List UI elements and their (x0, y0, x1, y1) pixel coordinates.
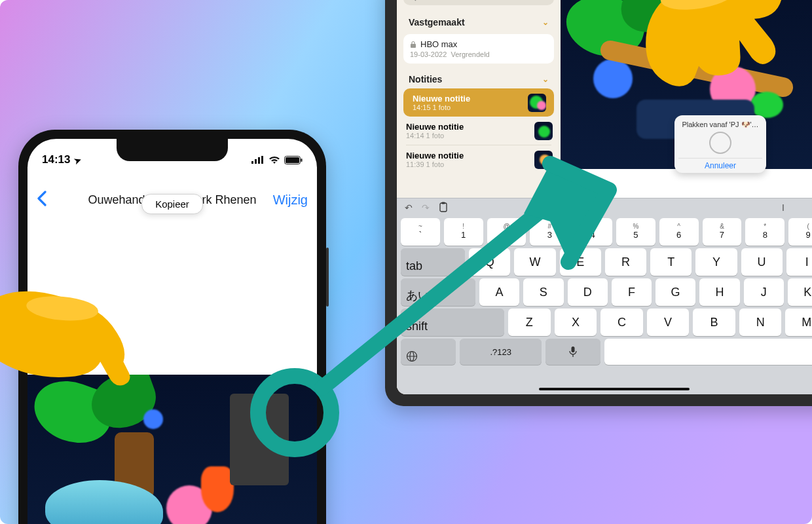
keyboard-suggestion[interactable]: I (782, 202, 784, 213)
back-button[interactable] (37, 189, 56, 211)
svg-line-9 (414, 0, 416, 1)
number-key[interactable]: #3 (530, 218, 569, 246)
pointing-hand-icon (0, 274, 156, 419)
number-key[interactable]: *8 (745, 218, 784, 246)
note-list-item[interactable]: Nieuwe notitie 11:39 1 foto (397, 145, 561, 174)
note-item-title: Nieuwe notitie (413, 94, 545, 103)
letter-key[interactable]: W (514, 248, 555, 276)
lock-icon (410, 41, 416, 48)
svg-rect-6 (301, 159, 303, 162)
number-key[interactable]: !1 (444, 218, 483, 246)
letter-key[interactable]: B (693, 309, 735, 336)
letter-key[interactable]: Z (508, 309, 551, 336)
letter-key[interactable]: M (785, 309, 812, 336)
letter-key[interactable]: A (479, 278, 519, 306)
svg-rect-10 (411, 44, 416, 48)
letter-key[interactable]: C (600, 309, 643, 336)
letter-key[interactable]: D (568, 278, 608, 306)
ipad-device: Zoek Vastgemaakt ⌄ HBO max 19-03-2022 Ve… (385, 0, 812, 406)
edit-button[interactable]: Wijzig (273, 193, 308, 208)
spacebar-key[interactable] (604, 339, 812, 365)
notes-section-header[interactable]: Notities ⌄ (397, 66, 561, 88)
svg-rect-12 (440, 203, 447, 212)
letter-key[interactable]: K (788, 278, 812, 306)
pinned-section-header[interactable]: Vastgemaakt ⌄ (397, 9, 561, 31)
pinned-note-item[interactable]: HBO max 19-03-2022 Vergrendeld (403, 34, 554, 64)
paste-progress-dialog: Plakken vanaf 'PJ 🐶'… Annuleer (674, 115, 766, 173)
note-list-item[interactable]: Nieuwe notitie 14:14 1 foto (397, 117, 561, 145)
search-icon (409, 0, 416, 1)
composite-stage: 14:13 ➤ (0, 0, 812, 524)
letter-key[interactable]: I (786, 248, 812, 276)
svg-rect-2 (258, 157, 260, 164)
note-thumbnail (528, 94, 546, 112)
tab-key[interactable]: tab (401, 248, 465, 276)
microphone-icon (569, 346, 577, 358)
undo-icon[interactable]: ↶ (405, 202, 413, 213)
clipboard-icon[interactable] (439, 202, 448, 214)
status-time: 14:13 (42, 153, 70, 166)
search-input[interactable]: Zoek (403, 0, 554, 5)
letter-key[interactable]: R (605, 248, 646, 276)
keyboard-row-numbers: ~`!1@2#3€4%5^6&7*8(9 (397, 217, 812, 247)
dictation-key[interactable] (545, 339, 600, 365)
letter-key[interactable]: E (560, 248, 601, 276)
language-key[interactable]: あいう (401, 278, 475, 306)
number-key[interactable]: ^6 (659, 218, 699, 246)
letter-key[interactable]: Q (469, 248, 510, 276)
note-item-subtitle: 14:15 1 foto (413, 103, 545, 111)
note-item-title: Nieuwe notitie (406, 122, 551, 132)
keyboard-row-2: あいう ASDFGHJK (397, 277, 812, 307)
note-item-title: Nieuwe notitie (406, 151, 551, 160)
letter-key[interactable]: F (612, 278, 652, 306)
numeric-switch-key[interactable]: .?123 (460, 339, 542, 365)
note-thumbnail (534, 151, 553, 169)
cell-signal-icon (251, 156, 265, 164)
keyboard-toolbar: ↶ ↷ I (397, 198, 812, 217)
number-key[interactable]: &7 (703, 218, 742, 246)
svg-rect-3 (261, 156, 263, 164)
notes-header-label: Notities (409, 74, 442, 84)
note-item-subtitle: 11:39 1 foto (406, 160, 551, 168)
pinned-header-label: Vastgemaakt (409, 17, 465, 28)
letter-key[interactable]: N (739, 309, 782, 336)
letter-key[interactable]: T (650, 248, 692, 276)
letter-key[interactable]: G (655, 278, 695, 306)
letter-key[interactable]: V (647, 309, 690, 336)
note-item-subtitle: 14:14 1 foto (406, 132, 551, 140)
spinner-icon (709, 132, 731, 154)
letter-key[interactable]: H (699, 278, 739, 306)
keyboard-row-bottom: .?123 (397, 337, 812, 366)
letter-key[interactable]: J (744, 278, 784, 306)
number-key[interactable]: ~` (401, 218, 440, 246)
number-key[interactable]: (9 (788, 218, 812, 246)
letter-key[interactable]: S (523, 278, 563, 306)
letter-key[interactable]: Y (695, 248, 737, 276)
svg-rect-13 (442, 202, 445, 204)
svg-rect-17 (572, 346, 575, 352)
redo-icon[interactable]: ↷ (422, 202, 430, 213)
globe-key[interactable] (401, 339, 456, 365)
globe-icon (406, 350, 418, 362)
cancel-button[interactable]: Annuleer (678, 158, 762, 170)
keyboard-row-3: shift ZXCVBNM (397, 307, 812, 337)
svg-rect-1 (255, 159, 257, 164)
number-key[interactable]: €4 (573, 218, 612, 246)
number-key[interactable]: %5 (616, 218, 655, 246)
iphone-side-button (326, 248, 329, 307)
note-list-item[interactable]: Nieuwe notitie 14:15 1 foto (403, 88, 554, 117)
pinned-note-title: HBO max (420, 39, 457, 49)
letter-key[interactable]: X (555, 309, 597, 336)
shift-key[interactable]: shift (401, 309, 504, 336)
battery-icon (284, 156, 303, 164)
copy-menu-item[interactable]: Kopieer (141, 194, 203, 214)
chevron-down-icon: ⌄ (542, 18, 549, 27)
number-key[interactable]: @2 (487, 218, 526, 246)
wifi-icon (268, 156, 280, 164)
svg-rect-0 (251, 161, 253, 164)
paste-dialog-title: Plakken vanaf 'PJ 🐶'… (678, 121, 762, 129)
iphone-notch (117, 139, 228, 161)
letter-key[interactable]: U (741, 248, 783, 276)
search-placeholder: Zoek (420, 0, 438, 2)
home-indicator[interactable] (539, 388, 690, 390)
